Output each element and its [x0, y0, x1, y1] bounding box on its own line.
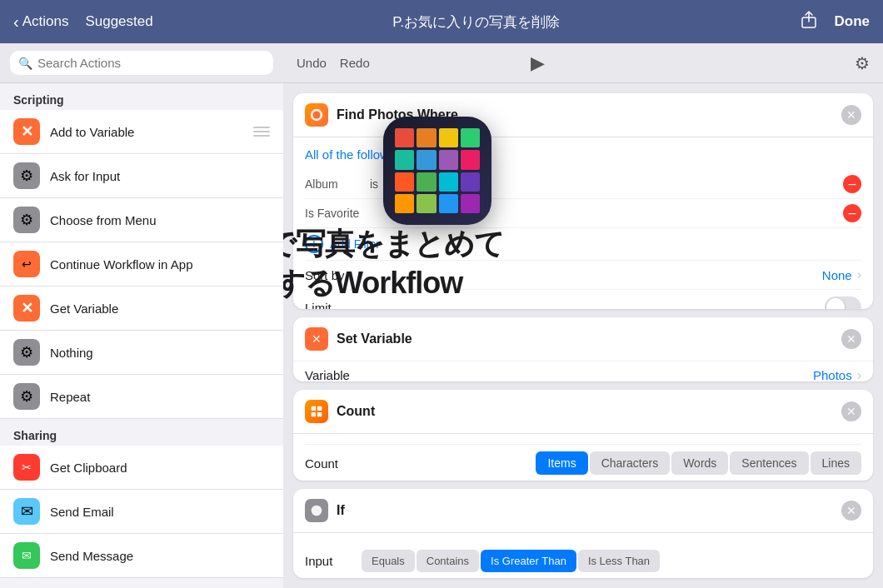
- segment-words[interactable]: Words: [671, 451, 728, 475]
- cards-area: Find Photos Where ✕ All of the following…: [283, 83, 883, 588]
- if-body: Input Equals Contains Is Greater Than Is…: [293, 533, 873, 578]
- action-item-repeat[interactable]: ⚙ Repeat: [0, 375, 283, 419]
- if-title: If: [337, 503, 833, 518]
- set-variable-close[interactable]: ✕: [841, 329, 861, 349]
- send-message-icon: ✉: [13, 542, 40, 569]
- redo-button[interactable]: Redo: [340, 56, 370, 70]
- filter-favorite-field: Is Favorite: [305, 207, 363, 220]
- set-variable-icon: ✕: [305, 327, 328, 351]
- sort-chevron-icon: ›: [857, 267, 861, 282]
- share-icon[interactable]: [800, 11, 818, 33]
- done-button[interactable]: Done: [835, 13, 871, 30]
- action-item-ask-for-input[interactable]: ⚙ Ask for Input: [0, 154, 283, 198]
- action-label: Ask for Input: [50, 169, 270, 183]
- set-variable-chevron-icon: ›: [857, 368, 861, 382]
- action-label: Nothing: [50, 346, 270, 360]
- continue-workflow-icon: ↩: [13, 251, 40, 277]
- filter-favorite-remove[interactable]: –: [843, 204, 861, 222]
- search-input[interactable]: [37, 56, 265, 70]
- suggested-label: Suggested: [85, 13, 152, 30]
- svg-rect-5: [312, 412, 316, 416]
- overlay-text-line2: 削除するWorkflow: [283, 264, 700, 303]
- action-label: Send Message: [50, 549, 270, 563]
- count-segment-control: Items Characters Words Sentences Lines: [536, 451, 861, 475]
- find-photos-close[interactable]: ✕: [841, 105, 861, 125]
- play-button[interactable]: ▶: [531, 52, 545, 74]
- segment-sentences[interactable]: Sentences: [730, 451, 808, 475]
- sidebar: 🔍 Scripting ✕ Add to Variable ⚙ Ask for …: [0, 43, 283, 588]
- count-title: Count: [337, 404, 833, 419]
- action-item-get-clipboard[interactable]: ✂ Get Clipboard: [0, 446, 283, 490]
- search-icon: 🔍: [18, 57, 32, 70]
- action-item-nothing[interactable]: ⚙ Nothing: [0, 331, 283, 375]
- set-variable-header: ✕ Set Variable ✕: [293, 317, 873, 361]
- svg-point-7: [312, 506, 322, 516]
- settings-icon[interactable]: ⚙: [855, 53, 870, 73]
- search-bar: 🔍: [10, 51, 273, 75]
- if-input-row: Input Equals Contains Is Greater Than Is…: [305, 543, 861, 578]
- cond-is-less-than[interactable]: Is Less Than: [578, 550, 660, 572]
- action-label: Get Variable: [50, 301, 270, 316]
- count-close[interactable]: ✕: [841, 401, 861, 421]
- send-email-icon: ✉: [13, 498, 40, 525]
- filter-album-remove[interactable]: –: [843, 175, 861, 193]
- section-header-sharing: Sharing: [0, 419, 283, 446]
- sort-value[interactable]: None: [822, 268, 852, 282]
- action-label: Add to Variable: [50, 125, 243, 139]
- segment-items[interactable]: Items: [536, 451, 587, 475]
- count-icon: [305, 400, 328, 423]
- action-item-get-variable[interactable]: ✕ Get Variable: [0, 287, 283, 331]
- main-layout: 🔍 Scripting ✕ Add to Variable ⚙ Ask for …: [0, 43, 883, 588]
- filter-album-op: is: [370, 177, 378, 191]
- action-label: Send Email: [50, 505, 270, 519]
- nothing-icon: ⚙: [13, 339, 40, 366]
- sharing-items: ✂ Get Clipboard ✉ Send Email ✉ Send Mess…: [0, 446, 283, 578]
- if-input-label: Input: [305, 554, 355, 568]
- action-item-add-to-variable[interactable]: ✕ Add to Variable: [0, 110, 283, 154]
- back-button[interactable]: ‹ Actions: [13, 12, 68, 32]
- if-close[interactable]: ✕: [841, 501, 861, 521]
- choose-from-menu-icon: ⚙: [13, 207, 40, 233]
- limit-toggle[interactable]: [825, 296, 861, 309]
- action-item-choose-from-menu[interactable]: ⚙ Choose from Menu: [0, 198, 283, 242]
- cond-equals[interactable]: Equals: [362, 550, 415, 572]
- back-chevron-icon: ‹: [13, 12, 19, 32]
- find-photos-icon: [305, 103, 328, 127]
- overlay-text-line1: iOSで写真をまとめて: [283, 225, 700, 264]
- section-header-text: Text: [0, 578, 283, 588]
- segment-lines[interactable]: Lines: [811, 451, 861, 475]
- page-title: P.お気に入りの写真を削除: [153, 12, 800, 32]
- get-clipboard-icon: ✂: [13, 454, 40, 481]
- if-card: If ✕ Input Equals Contains Is Greater Th…: [293, 489, 873, 578]
- overlay-text: iOSで写真をまとめて 削除するWorkflow: [283, 225, 700, 303]
- action-item-send-message[interactable]: ✉ Send Message: [0, 534, 283, 578]
- count-row: Count Items Characters Words Sentences L…: [305, 444, 861, 481]
- repeat-icon: ⚙: [13, 383, 40, 410]
- undo-button[interactable]: Undo: [297, 56, 327, 70]
- action-item-continue-workflow[interactable]: ↩ Continue Workflow in App: [0, 242, 283, 287]
- condition-buttons: Equals Contains Is Greater Than Is Less …: [362, 550, 861, 572]
- content-area: Undo Redo ▶ ⚙ Find Photos Where ✕: [283, 43, 883, 588]
- set-variable-value[interactable]: Photos: [813, 368, 852, 381]
- set-variable-row: Variable Photos ›: [293, 361, 873, 382]
- content-toolbar: Undo Redo ▶ ⚙: [283, 43, 883, 83]
- get-variable-icon: ✕: [13, 295, 40, 321]
- svg-rect-3: [312, 406, 316, 411]
- back-label: Actions: [22, 13, 69, 30]
- set-variable-card: ✕ Set Variable ✕ Variable Photos ›: [293, 317, 873, 382]
- section-header-scripting: Scripting: [0, 83, 283, 110]
- set-variable-label: Variable: [305, 368, 813, 381]
- svg-point-2: [313, 112, 321, 119]
- segment-characters[interactable]: Characters: [590, 451, 670, 475]
- add-to-variable-icon: ✕: [13, 118, 40, 145]
- filter-album-field: Album: [305, 177, 363, 191]
- if-header: If ✕: [293, 489, 873, 533]
- workflow-overlay: iOSで写真をまとめて 削除するWorkflow: [383, 117, 491, 225]
- cond-contains[interactable]: Contains: [417, 550, 479, 572]
- svg-rect-6: [317, 412, 322, 416]
- cond-is-greater-than[interactable]: Is Greater Than: [481, 550, 576, 572]
- action-item-send-email[interactable]: ✉ Send Email: [0, 490, 283, 534]
- find-photos-header: Find Photos Where ✕: [293, 93, 873, 137]
- action-label: Choose from Menu: [50, 213, 270, 227]
- count-header: Count ✕: [293, 390, 873, 434]
